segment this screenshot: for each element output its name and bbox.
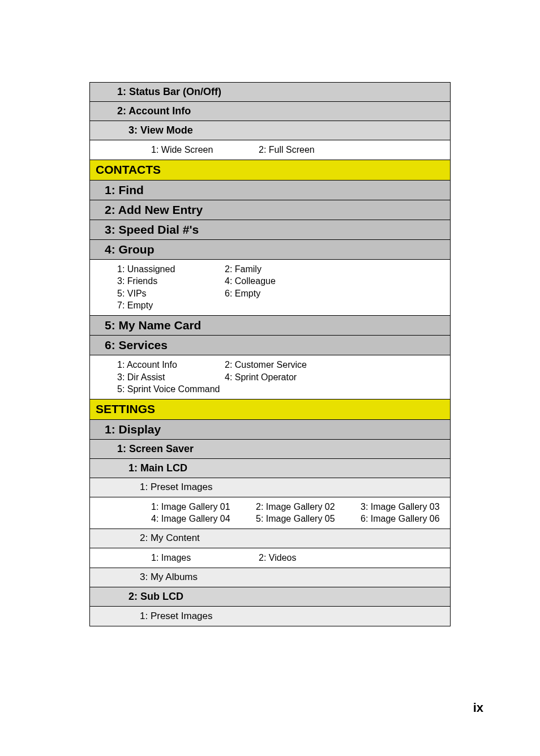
list-item: 1: Account Info: [117, 359, 225, 371]
list-col: 2: Image Gallery 02 5: Image Gallery 05: [256, 501, 361, 525]
label: 2: Add New Entry: [105, 203, 203, 217]
label: 3: My Albums: [140, 572, 198, 583]
list-col: 1: Image Gallery 01 4: Image Gallery 04: [151, 501, 256, 525]
list-col: 2: Family 4: Colleague 6: Empty: [225, 263, 332, 312]
list-item: 3: Image Gallery 03: [361, 501, 465, 513]
menu-item-my-albums: 3: My Albums: [90, 568, 450, 587]
menu-item-group: 4: Group: [90, 240, 450, 260]
label: 3: View Mode: [128, 124, 193, 136]
list-item: 1: Unassigned: [117, 263, 225, 276]
list-col: 1: Account Info 3: Dir Assist 5: Sprint …: [117, 359, 225, 396]
list-col: 1: Unassigned 3: Friends 5: VIPs 7: Empt…: [117, 263, 225, 312]
menu-item-find: 1: Find: [90, 181, 450, 200]
menu-item-speed-dial: 3: Speed Dial #'s: [90, 220, 450, 240]
section-settings: SETTINGS: [90, 400, 450, 420]
list-item: 2: Image Gallery 02: [256, 501, 361, 513]
label: 6: Services: [105, 338, 168, 352]
menu-item-preset-images: 1: Preset Images: [90, 478, 450, 497]
group-options: 1: Unassigned 3: Friends 5: VIPs 7: Empt…: [90, 260, 450, 316]
label: 1: Screen Saver: [117, 443, 194, 455]
list-item: 1: Image Gallery 01: [151, 501, 256, 513]
label: SETTINGS: [96, 402, 155, 416]
label: 1: Main LCD: [128, 462, 187, 474]
menu-item-account-info: 2: Account Info: [90, 102, 450, 121]
label: 2: Account Info: [117, 105, 191, 117]
menu-item-main-lcd: 1: Main LCD: [90, 459, 450, 478]
menu-item-preset-images-2: 1: Preset Images: [90, 607, 450, 626]
menu-item-my-content: 2: My Content: [90, 529, 450, 548]
list-item: 6: Empty: [225, 287, 332, 300]
label: 1: Preset Images: [140, 482, 213, 493]
list-col: 3: Image Gallery 03 6: Image Gallery 06: [361, 501, 465, 525]
document-page: 1: Status Bar (On/Off) 2: Account Info 3…: [0, 0, 540, 626]
label: 4: Group: [105, 243, 155, 256]
list-item: 1: Wide Screen: [151, 144, 259, 156]
menu-item-screen-saver: 1: Screen Saver: [90, 440, 450, 459]
label: CONTACTS: [96, 163, 161, 177]
menu-item-services: 6: Services: [90, 336, 450, 355]
menu-item-add-new-entry: 2: Add New Entry: [90, 200, 450, 220]
list-item: 5: Image Gallery 05: [256, 513, 361, 525]
menu-item-status-bar: 1: Status Bar (On/Off): [90, 83, 450, 102]
list-item: 3: Friends: [117, 275, 225, 287]
list-item: 1: Images: [151, 552, 259, 564]
list-item: 7: Empty: [117, 299, 225, 312]
list-item: 5: VIPs: [117, 287, 225, 300]
view-mode-options: 1: Wide Screen 2: Full Screen: [90, 140, 450, 160]
list-item: 2: Family: [225, 263, 332, 276]
list-item: 2: Customer Service: [225, 359, 332, 371]
list-item: 5: Sprint Voice Command: [117, 383, 225, 396]
section-contacts: CONTACTS: [90, 160, 450, 181]
list-item: 3: Dir Assist: [117, 371, 225, 384]
menu-item-sub-lcd: 2: Sub LCD: [90, 587, 450, 607]
page-number: ix: [473, 701, 483, 715]
label: 2: My Content: [140, 532, 200, 544]
menu-item-display: 1: Display: [90, 420, 450, 440]
label: 1: Status Bar (On/Off): [117, 86, 221, 98]
list-item: 4: Image Gallery 04: [151, 513, 256, 525]
label: 5: My Name Card: [105, 319, 201, 332]
list-item: 2: Full Screen: [259, 144, 366, 156]
services-options: 1: Account Info 3: Dir Assist 5: Sprint …: [90, 355, 450, 400]
label: 3: Speed Dial #'s: [105, 223, 199, 237]
label: 2: Sub LCD: [128, 591, 183, 603]
label: 1: Find: [105, 183, 144, 197]
menu-item-my-name-card: 5: My Name Card: [90, 316, 450, 336]
label: 1: Display: [105, 423, 161, 436]
menu-item-view-mode: 3: View Mode: [90, 121, 450, 140]
list-item: 6: Image Gallery 06: [361, 513, 465, 525]
menu-tree-table: 1: Status Bar (On/Off) 2: Account Info 3…: [89, 82, 451, 626]
list-col: 2: Customer Service 4: Sprint Operator: [225, 359, 332, 396]
list-item: 4: Sprint Operator: [225, 371, 332, 384]
gallery-options: 1: Image Gallery 01 4: Image Gallery 04 …: [90, 497, 450, 529]
my-content-options: 1: Images 2: Videos: [90, 548, 450, 568]
list-item: 2: Videos: [259, 552, 366, 564]
list-item: 4: Colleague: [225, 275, 332, 287]
label: 1: Preset Images: [140, 611, 213, 622]
